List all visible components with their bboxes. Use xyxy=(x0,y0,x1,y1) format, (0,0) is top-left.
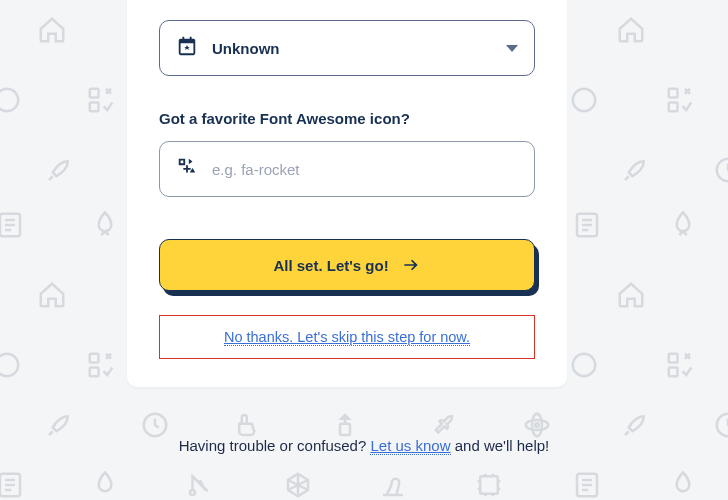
footer-pre: Having trouble or confused? xyxy=(179,437,371,454)
submit-button-label: All set. Let's go! xyxy=(273,257,388,274)
icons-grid-icon xyxy=(176,156,198,182)
svg-rect-1 xyxy=(90,103,99,112)
select-value: Unknown xyxy=(212,40,280,57)
calendar-star-icon xyxy=(176,35,198,61)
svg-rect-3 xyxy=(669,103,678,112)
skip-highlight-box: No thanks. Let's skip this step for now. xyxy=(159,315,535,359)
footer-help-text: Having trouble or confused? Let us know … xyxy=(0,437,728,454)
svg-rect-17 xyxy=(0,474,20,497)
svg-point-15 xyxy=(535,423,539,427)
svg-point-16 xyxy=(717,414,728,437)
footer-post: and we'll help! xyxy=(451,437,550,454)
arrow-right-icon xyxy=(401,255,421,275)
svg-point-18 xyxy=(190,490,195,495)
svg-point-11 xyxy=(144,414,167,437)
chevron-down-icon xyxy=(506,45,518,52)
footer-link[interactable]: Let us know xyxy=(370,437,450,455)
favorite-icon-input[interactable] xyxy=(212,161,518,178)
svg-rect-8 xyxy=(90,368,99,377)
svg-point-4 xyxy=(717,159,728,182)
svg-rect-7 xyxy=(90,354,99,363)
select-dropdown[interactable]: Unknown xyxy=(159,20,535,76)
skip-link[interactable]: No thanks. Let's skip this step for now. xyxy=(224,329,470,346)
svg-rect-9 xyxy=(669,354,678,363)
svg-rect-6 xyxy=(577,214,597,237)
favorite-icon-label: Got a favorite Font Awesome icon? xyxy=(159,110,535,127)
svg-rect-5 xyxy=(0,214,20,237)
svg-rect-0 xyxy=(90,89,99,98)
favorite-icon-field-wrap xyxy=(159,141,535,197)
onboarding-card: Unknown Got a favorite Font Awesome icon… xyxy=(127,0,567,387)
submit-button[interactable]: All set. Let's go! xyxy=(159,239,535,291)
svg-point-14 xyxy=(532,414,542,437)
svg-point-13 xyxy=(526,420,549,430)
svg-rect-19 xyxy=(480,476,498,494)
svg-rect-10 xyxy=(669,368,678,377)
svg-rect-12 xyxy=(340,424,350,435)
svg-rect-20 xyxy=(577,474,597,497)
svg-rect-2 xyxy=(669,89,678,98)
